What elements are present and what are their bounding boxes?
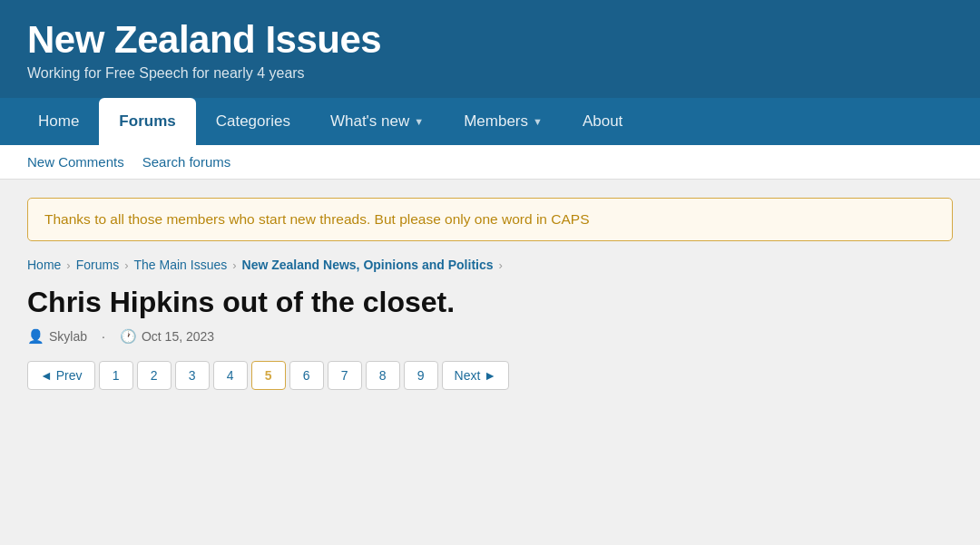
chevron-down-icon: ▼ bbox=[533, 116, 543, 127]
page-6[interactable]: 6 bbox=[289, 361, 324, 390]
breadcrumb-sep-4: › bbox=[499, 258, 503, 272]
thread-author-meta: 👤 Skylab bbox=[27, 328, 87, 345]
breadcrumb-sep-2: › bbox=[124, 258, 128, 272]
nav-item-about[interactable]: About bbox=[563, 98, 642, 145]
thread-meta: 👤 Skylab · 🕐 Oct 15, 2023 bbox=[27, 328, 953, 345]
main-nav: Home Forums Categories What's new ▼ Memb… bbox=[0, 98, 980, 145]
user-icon: 👤 bbox=[27, 328, 44, 345]
notice-text: Thanks to all those members who start ne… bbox=[44, 211, 936, 228]
page-1[interactable]: 1 bbox=[99, 361, 133, 390]
page-9[interactable]: 9 bbox=[404, 361, 438, 390]
site-title: New Zealand Issues bbox=[27, 18, 953, 62]
sub-nav: New Comments Search forums bbox=[0, 145, 980, 180]
nav-item-members[interactable]: Members ▼ bbox=[444, 98, 563, 145]
thread-date-meta: 🕐 Oct 15, 2023 bbox=[120, 328, 214, 345]
page-4[interactable]: 4 bbox=[213, 361, 248, 390]
thread-date: Oct 15, 2023 bbox=[142, 329, 214, 344]
page-5[interactable]: 5 bbox=[251, 361, 286, 390]
breadcrumb-sep-1: › bbox=[66, 258, 70, 272]
nav-item-categories[interactable]: Categories bbox=[196, 98, 310, 145]
pagination: ◄ Prev 1 2 3 4 5 6 7 8 9 Next ► bbox=[27, 361, 953, 390]
sub-nav-search-forums[interactable]: Search forums bbox=[142, 154, 231, 170]
breadcrumb-home[interactable]: Home bbox=[27, 258, 61, 272]
breadcrumb-main-issues[interactable]: The Main Issues bbox=[134, 258, 228, 272]
page-8[interactable]: 8 bbox=[366, 361, 400, 390]
site-header: New Zealand Issues Working for Free Spee… bbox=[0, 0, 980, 98]
thread-author: Skylab bbox=[49, 329, 87, 344]
sub-nav-new-comments[interactable]: New Comments bbox=[27, 154, 124, 170]
main-content: Thanks to all those members who start ne… bbox=[0, 180, 980, 408]
breadcrumb-sep-3: › bbox=[232, 258, 236, 272]
next-button[interactable]: Next ► bbox=[442, 361, 510, 390]
thread-title: Chris Hipkins out of the closet. bbox=[27, 285, 953, 319]
breadcrumb-forums[interactable]: Forums bbox=[76, 258, 119, 272]
nav-item-home[interactable]: Home bbox=[18, 98, 99, 145]
chevron-down-icon: ▼ bbox=[414, 116, 424, 127]
notice-box: Thanks to all those members who start ne… bbox=[27, 198, 953, 241]
prev-button[interactable]: ◄ Prev bbox=[27, 361, 95, 390]
breadcrumb-nz-news[interactable]: New Zealand News, Opinions and Politics bbox=[242, 258, 494, 272]
nav-item-whats-new[interactable]: What's new ▼ bbox=[310, 98, 444, 145]
page-2[interactable]: 2 bbox=[137, 361, 172, 390]
breadcrumb: Home › Forums › The Main Issues › New Ze… bbox=[27, 258, 953, 272]
nav-item-forums[interactable]: Forums bbox=[99, 98, 195, 145]
site-subtitle: Working for Free Speech for nearly 4 yea… bbox=[27, 65, 953, 82]
page-7[interactable]: 7 bbox=[328, 361, 362, 390]
page-3[interactable]: 3 bbox=[175, 361, 210, 390]
clock-icon: 🕐 bbox=[120, 328, 137, 345]
